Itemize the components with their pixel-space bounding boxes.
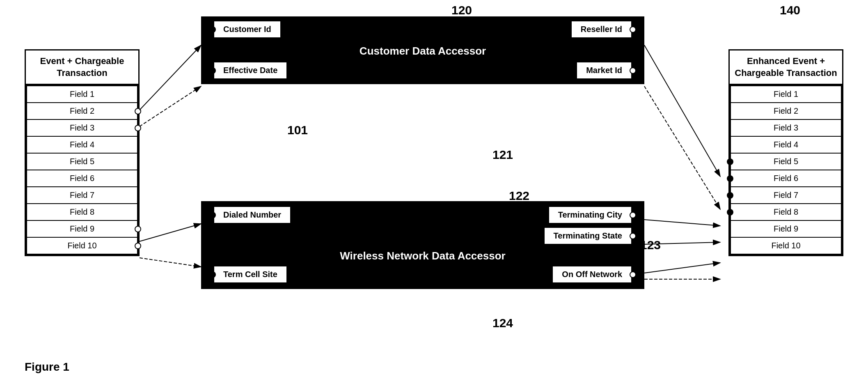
right-field-4: Field 4 (731, 137, 841, 154)
svg-line-1 (140, 86, 201, 126)
dialed-number-dot-left (209, 212, 216, 218)
terminating-city-dot-right (630, 212, 636, 218)
right-box: Enhanced Event +Chargeable Transaction F… (728, 49, 843, 256)
dialed-number-label: Dialed Number (223, 210, 281, 219)
ref-120: 120 (451, 3, 472, 17)
left-field-8: Field 8 (27, 204, 137, 221)
svg-line-0 (140, 45, 201, 110)
svg-line-4 (644, 45, 720, 177)
right-field-9: Field 9 (731, 221, 841, 238)
customer-id-label: Customer Id (223, 25, 271, 34)
terminating-city-label: Terminating City (558, 210, 622, 219)
left-field-2: Field 2 (27, 103, 137, 120)
right-field-6: Field 6 (731, 170, 841, 187)
svg-line-3 (140, 258, 201, 267)
effective-date-label: Effective Date (223, 66, 277, 75)
customer-data-accessor: Customer Id Reseller Id Customer Data Ac… (201, 16, 644, 84)
left-field-6: Field 6 (27, 170, 137, 187)
right-field-5: Field 5 (731, 154, 841, 170)
left-field-9: Field 9 (27, 221, 137, 238)
right-box-inner: Field 1 Field 2 Field 3 Field 4 Field 5 … (730, 85, 842, 255)
left-field-10: Field 10 (27, 238, 137, 254)
left-field-7: Field 7 (27, 187, 137, 204)
effective-date-input: Effective Date (213, 62, 287, 79)
reseller-id-label: Reseller Id (581, 25, 622, 34)
market-id-label: Market Id (586, 66, 622, 75)
left-field-5: Field 5 (27, 154, 137, 170)
right-field-1: Field 1 (731, 86, 841, 103)
left-field-4: Field 4 (27, 137, 137, 154)
right-field-10: Field 10 (731, 238, 841, 254)
left-box: Event + ChargeableTransaction Field 1 Fi… (25, 49, 140, 256)
terminating-state-output: Terminating State (544, 227, 632, 245)
ref-123: 123 (640, 238, 661, 252)
right-field-2: Field 2 (731, 103, 841, 120)
svg-line-6 (644, 220, 720, 226)
figure-label: Figure 1 (25, 360, 69, 374)
on-off-network-output: On Off Network (552, 266, 632, 283)
ref-102: 102 (287, 271, 308, 285)
svg-line-5 (644, 86, 720, 209)
reseller-id-output: Reseller Id (571, 21, 632, 38)
effective-date-dot-left (209, 67, 216, 74)
wireless-accessor-label: Wireless Network Data Accessor (201, 248, 644, 266)
term-cell-site-label: Term Cell Site (223, 270, 277, 279)
wireless-network-data-accessor: Dialed Number Terminating City Terminati… (201, 201, 644, 289)
reseller-id-dot-right (630, 26, 636, 33)
right-field-3: Field 3 (731, 120, 841, 137)
left-field-3: Field 3 (27, 120, 137, 137)
ref-124: 124 (492, 316, 513, 330)
on-off-network-dot-right (630, 271, 636, 278)
term-cell-site-input: Term Cell Site (213, 266, 287, 283)
right-field-7: Field 7 (731, 187, 841, 204)
svg-line-8 (644, 263, 720, 273)
left-field-1: Field 1 (27, 86, 137, 103)
dialed-number-input: Dialed Number (213, 206, 291, 224)
right-box-title: Enhanced Event +Chargeable Transaction (730, 50, 842, 85)
diagram-container: Event + ChargeableTransaction Field 1 Fi… (0, 0, 868, 390)
customer-accessor-label: Customer Data Accessor (201, 42, 644, 62)
left-box-inner: Field 1 Field 2 Field 3 Field 4 Field 5 … (26, 85, 138, 255)
customer-id-dot-left (209, 26, 216, 33)
term-cell-site-dot-left (209, 271, 216, 278)
market-id-output: Market Id (576, 62, 632, 79)
terminating-city-output: Terminating City (548, 206, 632, 224)
ref-121: 121 (492, 148, 513, 162)
svg-line-2 (140, 224, 201, 241)
terminating-state-label: Terminating State (554, 231, 622, 240)
left-box-title: Event + ChargeableTransaction (26, 50, 138, 85)
ref-101: 101 (287, 123, 308, 137)
ref-122: 122 (509, 189, 529, 203)
right-field-8: Field 8 (731, 204, 841, 221)
customer-id-input: Customer Id (213, 21, 281, 38)
on-off-network-label: On Off Network (562, 270, 622, 279)
ref-140: 140 (780, 3, 800, 17)
market-id-dot-right (630, 67, 636, 74)
terminating-state-dot-right (630, 233, 636, 239)
